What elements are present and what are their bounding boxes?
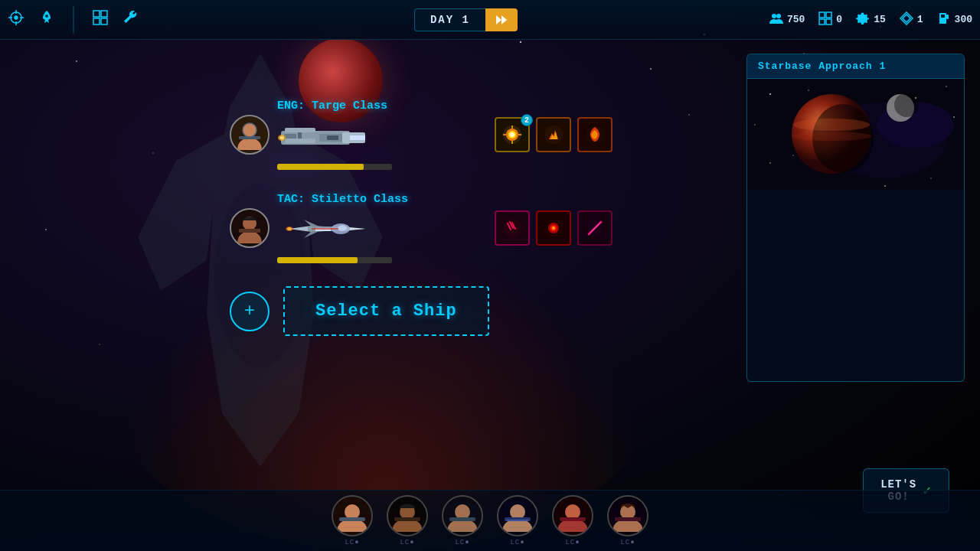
svg-rect-34 xyxy=(826,12,831,18)
eng-ability-3[interactable] xyxy=(577,117,612,152)
grid-stat-icon xyxy=(818,11,832,28)
topbar-stats: 750 0 15 xyxy=(769,11,972,28)
svg-point-23 xyxy=(15,16,18,19)
topbar-icons xyxy=(8,6,139,34)
svg-rect-108 xyxy=(339,517,365,521)
svg-rect-35 xyxy=(819,19,825,24)
starbase-panel: Starbase Approach 1 xyxy=(746,54,965,382)
portrait-label-2: LC● xyxy=(455,539,469,546)
svg-rect-40 xyxy=(946,15,949,19)
svg-rect-118 xyxy=(506,520,529,521)
eng-ability-2[interactable] xyxy=(536,117,571,152)
topbar-divider xyxy=(73,6,74,34)
stat-gear-value: 15 xyxy=(874,14,886,25)
portrait-circle-3 xyxy=(497,495,538,536)
svg-point-56 xyxy=(279,136,284,139)
svg-rect-36 xyxy=(826,19,831,24)
tac-ability-1[interactable] xyxy=(495,210,530,246)
svg-point-105 xyxy=(894,93,919,117)
eng-ship-slot: ENG: Targe Class xyxy=(230,99,612,170)
stat-fuel-value: 300 xyxy=(955,14,972,25)
eng-ship-name: ENG: Targe Class xyxy=(277,99,479,112)
portrait-circle-5 xyxy=(607,495,648,536)
svg-marker-77 xyxy=(304,231,319,238)
character-bar: LC● LC● LC● xyxy=(0,490,980,551)
portrait-circle-4 xyxy=(552,495,593,536)
svg-point-95 xyxy=(930,178,932,179)
diamond-icon xyxy=(900,11,913,28)
svg-point-97 xyxy=(754,124,756,126)
tac-health-fill xyxy=(277,257,358,263)
char-portrait-3[interactable]: LC● xyxy=(497,495,538,546)
advance-button[interactable] xyxy=(485,8,518,31)
starbase-content xyxy=(747,190,964,381)
char-portrait-5[interactable]: LC● xyxy=(607,495,648,546)
portrait-label-3: LC● xyxy=(510,539,524,546)
char-portrait-4[interactable]: LC● xyxy=(552,495,593,546)
topbar-center: DAY 1 xyxy=(162,8,769,31)
crosshair-icon[interactable] xyxy=(8,9,24,31)
eng-ability-1-badge: 2 xyxy=(521,114,533,126)
portrait-label-5: LC● xyxy=(620,539,635,546)
starbase-image xyxy=(747,79,964,190)
svg-point-103 xyxy=(792,132,871,141)
svg-rect-51 xyxy=(285,139,315,143)
svg-marker-30 xyxy=(501,15,507,24)
eng-health-bar xyxy=(277,164,392,170)
svg-marker-76 xyxy=(304,220,319,227)
svg-point-79 xyxy=(287,227,292,230)
portrait-label-1: LC● xyxy=(400,539,414,546)
char-portrait-0[interactable]: LC● xyxy=(332,495,373,546)
portrait-label-4: LC● xyxy=(565,539,580,546)
wrench-icon[interactable] xyxy=(122,9,139,31)
svg-rect-33 xyxy=(819,12,825,18)
stat-diamond-value: 1 xyxy=(917,14,923,25)
select-ship-slot: + Select a Ship xyxy=(230,286,612,336)
svg-rect-41 xyxy=(941,15,945,18)
svg-rect-26 xyxy=(101,11,107,17)
eng-health-fill xyxy=(277,164,364,170)
svg-marker-29 xyxy=(496,15,501,24)
svg-rect-50 xyxy=(285,128,315,132)
svg-rect-80 xyxy=(312,228,338,230)
stat-diamond: 1 xyxy=(900,11,923,28)
gear-stat-icon xyxy=(856,11,870,28)
tac-ship-slot: TAC: Stiletto Class xyxy=(230,193,612,263)
stat-crew: 750 xyxy=(769,11,805,28)
svg-rect-114 xyxy=(449,517,475,521)
rocket-icon[interactable] xyxy=(38,9,55,31)
add-ship-button[interactable]: + xyxy=(230,292,270,331)
starbase-title: Starbase Approach 1 xyxy=(747,54,964,79)
ships-container: ENG: Targe Class xyxy=(230,99,612,336)
svg-rect-111 xyxy=(394,517,420,521)
svg-point-32 xyxy=(776,14,781,18)
svg-point-102 xyxy=(793,119,870,131)
topbar: DAY 1 750 xyxy=(0,0,980,40)
portrait-label-0: LC● xyxy=(345,539,359,546)
svg-point-31 xyxy=(772,14,776,18)
tac-ability-3[interactable] xyxy=(577,210,612,246)
svg-point-94 xyxy=(953,116,955,118)
tac-health-bar xyxy=(277,257,392,263)
stat-grid-value: 0 xyxy=(836,14,842,25)
portrait-circle-0 xyxy=(332,495,373,536)
svg-rect-27 xyxy=(93,18,100,24)
tac-abilities xyxy=(495,210,612,246)
select-ship-button[interactable]: Select a Ship xyxy=(283,286,489,336)
grid-icon[interactable] xyxy=(92,9,109,31)
fuel-icon xyxy=(937,11,951,28)
svg-point-91 xyxy=(808,90,809,91)
eng-abilities: 2 xyxy=(495,117,612,152)
svg-point-90 xyxy=(769,93,771,95)
eng-ability-1[interactable]: 2 xyxy=(495,117,530,152)
tac-ability-2[interactable] xyxy=(536,210,571,246)
tac-pilot-avatar xyxy=(230,208,270,248)
svg-point-65 xyxy=(544,126,563,144)
tac-ship-name: TAC: Stiletto Class xyxy=(277,193,479,206)
svg-point-99 xyxy=(884,185,886,187)
char-portrait-2[interactable]: LC● xyxy=(442,495,483,546)
char-portrait-1[interactable]: LC● xyxy=(387,495,428,546)
svg-point-60 xyxy=(510,132,514,137)
svg-rect-25 xyxy=(93,11,100,17)
crew-icon xyxy=(769,11,783,28)
